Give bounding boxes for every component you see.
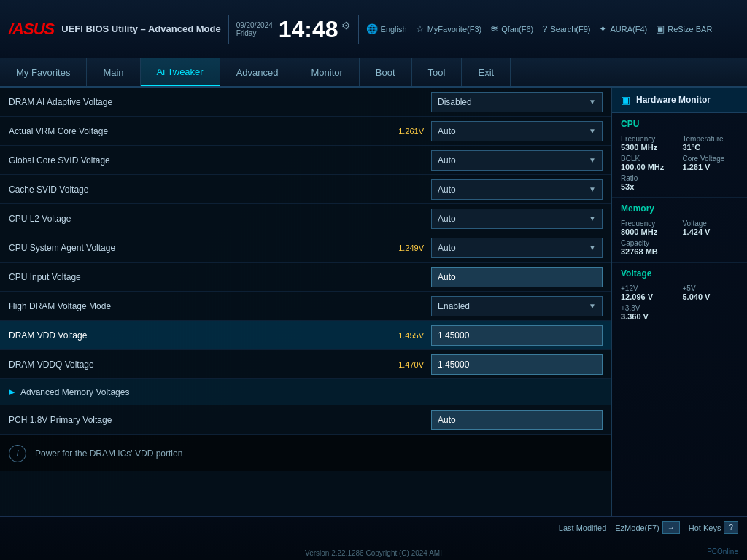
cpu-system-agent-dropdown[interactable]: Auto ▼ <box>431 238 603 258</box>
tab-monitor[interactable]: Monitor <box>295 58 360 86</box>
main-panel: DRAM AI Adaptive Voltage Disabled ▼ Actu… <box>0 88 612 516</box>
nav-item-aura[interactable]: ✦ AURA(F4) <box>599 23 647 34</box>
setting-control: 1.45000 <box>431 354 603 375</box>
voltage-33v: +3.3V 3.360 V <box>621 304 738 321</box>
settings-table: DRAM AI Adaptive Voltage Disabled ▼ Actu… <box>0 88 611 435</box>
cpu-frequency-label: Frequency 5300 MHz <box>621 135 677 152</box>
chevron-down-icon: ▼ <box>589 185 596 193</box>
nav-item-language[interactable]: 🌐 English <box>366 23 407 34</box>
tab-ai-tweaker[interactable]: Ai Tweaker <box>141 58 220 86</box>
tab-exit[interactable]: Exit <box>462 58 511 86</box>
globe-icon: 🌐 <box>366 23 378 34</box>
ez-mode-button[interactable]: EzMode(F7) → <box>615 521 680 534</box>
hw-monitor-title: Hardware Monitor <box>636 95 711 105</box>
dram-vddq-voltage-input[interactable]: 1.45000 <box>431 354 603 375</box>
table-row: CPU System Agent Voltage 1.249V Auto ▼ <box>0 233 611 262</box>
setting-control: Auto ▼ <box>431 238 603 258</box>
hw-voltage-title: Voltage <box>621 268 738 279</box>
table-row: Actual VRM Core Voltage 1.261V Auto ▼ <box>0 117 611 146</box>
info-bar: i Power for the DRAM ICs' VDD portion <box>0 435 611 471</box>
nav-item-resizebar[interactable]: ▣ ReSize BAR <box>656 23 712 34</box>
dram-ai-adaptive-dropdown[interactable]: Disabled ▼ <box>431 92 603 112</box>
last-modified-button[interactable]: Last Modified <box>559 524 606 532</box>
expand-icon: ▶ <box>9 387 15 397</box>
table-row: High DRAM Voltage Mode Enabled ▼ <box>0 292 611 321</box>
header-divider-2 <box>358 15 359 44</box>
high-dram-voltage-mode-dropdown[interactable]: Enabled ▼ <box>431 296 603 316</box>
aura-icon: ✦ <box>599 23 607 34</box>
cache-svid-dropdown[interactable]: Auto ▼ <box>431 179 603 200</box>
pcoline-watermark: PCOnline <box>707 548 738 556</box>
pch-18v-voltage-input[interactable]: Auto <box>431 410 603 430</box>
chevron-down-icon: ▼ <box>589 127 596 135</box>
setting-control: 1.45000 <box>431 325 603 346</box>
ez-mode-icon: → <box>662 521 680 534</box>
cpu-core-voltage-label: Core Voltage 1.261 V <box>683 155 739 171</box>
setting-control: Auto ▼ <box>431 150 603 171</box>
hot-keys-button[interactable]: Hot Keys ? <box>689 521 738 534</box>
setting-control: Disabled ▼ <box>431 92 603 112</box>
header-nav: 🌐 English ☆ MyFavorite(F3) ≋ Qfan(F6) ? … <box>366 23 738 34</box>
hw-voltage-grid: +12V 12.096 V +5V 5.040 V <box>621 284 738 301</box>
hw-monitor-header: ▣ Hardware Monitor <box>612 88 747 113</box>
logo-area: /ASUS UEFI BIOS Utility – Advanced Mode <box>9 20 221 39</box>
date-text: 09/20/2024 Friday <box>236 21 273 37</box>
setting-control: Enabled ▼ <box>431 296 603 316</box>
footer-version: Version 2.22.1286 Copyright (C) 2024 AMI <box>0 549 747 560</box>
asus-logo: /ASUS <box>9 20 54 39</box>
setting-control: Auto <box>431 267 603 287</box>
cpu-ratio: Ratio 53x <box>621 174 738 191</box>
chevron-down-icon: ▼ <box>589 214 596 222</box>
setting-control: Auto <box>431 410 603 430</box>
tab-main[interactable]: Main <box>87 58 140 86</box>
header: /ASUS UEFI BIOS Utility – Advanced Mode … <box>0 0 747 58</box>
time-display: 14:48 <box>279 18 338 41</box>
main-navigation: My Favorites Main Ai Tweaker Advanced Mo… <box>0 58 747 88</box>
table-row: CPU Input Voltage Auto <box>0 262 611 292</box>
hw-memory-section: Memory Frequency 8000 MHz Voltage 1.424 … <box>612 198 747 262</box>
settings-gear-icon[interactable]: ⚙ <box>341 20 351 31</box>
dram-vdd-voltage-input[interactable]: 1.45000 <box>431 325 603 346</box>
setting-control: Auto ▼ <box>431 179 603 200</box>
table-row: Global Core SVID Voltage Auto ▼ <box>0 146 611 175</box>
tab-advanced[interactable]: Advanced <box>220 58 295 86</box>
nav-item-qfan[interactable]: ≋ Qfan(F6) <box>490 23 533 34</box>
advanced-memory-voltages-section[interactable]: ▶ Advanced Memory Voltages <box>0 379 611 405</box>
hardware-monitor-panel: ▣ Hardware Monitor CPU Frequency 5300 MH… <box>612 88 747 516</box>
fan-icon: ≋ <box>490 23 498 34</box>
chevron-down-icon: ▼ <box>589 244 596 252</box>
cpu-input-voltage-input[interactable]: Auto <box>431 267 603 287</box>
table-row: DRAM AI Adaptive Voltage Disabled ▼ <box>0 88 611 117</box>
monitor-icon: ▣ <box>621 94 630 106</box>
content-area: DRAM AI Adaptive Voltage Disabled ▼ Actu… <box>0 88 747 516</box>
cpu-l2-voltage-dropdown[interactable]: Auto ▼ <box>431 209 603 229</box>
chevron-down-icon: ▼ <box>589 98 596 106</box>
info-icon: i <box>9 445 26 462</box>
hw-cpu-section: CPU Frequency 5300 MHz Temperature 31°C … <box>612 113 747 198</box>
tab-my-favorites[interactable]: My Favorites <box>0 58 87 86</box>
setting-control: Auto ▼ <box>431 209 603 229</box>
star-icon: ☆ <box>416 23 425 34</box>
global-core-svid-dropdown[interactable]: Auto ▼ <box>431 150 603 171</box>
table-row: CPU L2 Voltage Auto ▼ <box>0 204 611 233</box>
hw-voltage-section: Voltage +12V 12.096 V +5V 5.040 V +3.3V … <box>612 262 747 327</box>
actual-vrm-dropdown[interactable]: Auto ▼ <box>431 121 603 141</box>
footer: Last Modified EzMode(F7) → Hot Keys ? Ve… <box>0 516 747 560</box>
memory-frequency: Frequency 8000 MHz <box>621 219 677 236</box>
hw-cpu-title: CPU <box>621 119 738 129</box>
info-text: Power for the DRAM ICs' VDD portion <box>35 448 182 459</box>
hw-cpu-grid: Frequency 5300 MHz Temperature 31°C BCLK… <box>621 135 738 171</box>
search-icon: ? <box>542 23 547 34</box>
chevron-down-icon: ▼ <box>589 302 596 310</box>
voltage-5v: +5V 5.040 V <box>683 284 739 301</box>
date-time: 09/20/2024 Friday <box>236 21 273 37</box>
hw-memory-title: Memory <box>621 203 738 214</box>
header-divider <box>228 15 229 44</box>
nav-item-search[interactable]: ? Search(F9) <box>542 23 590 34</box>
cpu-temperature-label: Temperature 31°C <box>683 135 739 152</box>
nav-item-myfavorite[interactable]: ☆ MyFavorite(F3) <box>416 23 482 34</box>
tab-boot[interactable]: Boot <box>360 58 412 86</box>
bios-title: UEFI BIOS Utility – Advanced Mode <box>61 23 220 34</box>
tab-tool[interactable]: Tool <box>412 58 462 86</box>
footer-buttons: Last Modified EzMode(F7) → Hot Keys ? <box>0 517 747 537</box>
